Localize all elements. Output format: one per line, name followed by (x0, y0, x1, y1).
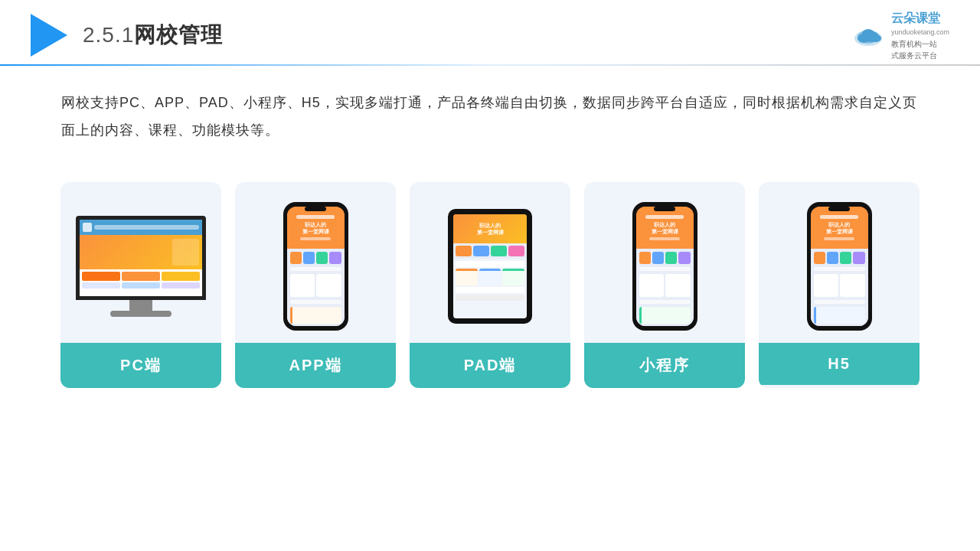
card-app: 职达人的第一堂网课 (235, 182, 396, 388)
card-pc: PC端 (60, 182, 221, 388)
mini-icon-2 (303, 252, 315, 264)
brand-logo: 云朵课堂 yunduoketang.com 教育机构一站 式服务云平台 (851, 9, 949, 61)
mini-mp-card-b (665, 274, 691, 297)
page-title: 2.5.1网校管理 (83, 21, 223, 50)
card-pad-image: 职达人的第一堂网课 (410, 182, 570, 343)
description-text: 网校支持PC、APP、PAD、小程序、H5，实现多端打通，产品各终端自由切换，数… (0, 66, 980, 144)
header: 2.5.1网校管理 云朵课堂 yunduoketang.com 教育机构一站 式… (0, 0, 980, 57)
miniprogram-phone-notch (654, 207, 675, 211)
phone-screen-bottom (287, 249, 345, 326)
logo-triangle-icon (31, 14, 67, 57)
card-pc-label: PC端 (60, 343, 221, 388)
h5-phone-notch (828, 207, 850, 211)
card-app-label: APP端 (235, 343, 396, 388)
miniprogram-screen-top: 职达人的第一堂网课 (636, 207, 694, 249)
h5-screen-top: 职达人的第一堂网课 (811, 207, 868, 249)
title-cn: 网校管理 (134, 23, 223, 47)
mini-bar-1 (290, 267, 341, 271)
card-app-image: 职达人的第一堂网课 (235, 182, 396, 343)
platform-cards: PC端 职达人的第一堂网课 (0, 152, 980, 388)
phone-hero-text: 职达人的第一堂网课 (302, 221, 329, 235)
miniprogram-hero-text: 职达人的第一堂网课 (652, 221, 678, 235)
mini-mp-course (639, 307, 691, 324)
pc-stand-base (110, 311, 172, 317)
mini-card-b (316, 274, 341, 297)
mini-mp-bar (639, 267, 691, 271)
mini-course-row (290, 307, 341, 324)
h5-phone-mockup: 职达人的第一堂网课 (807, 202, 872, 331)
mini-mp-icon-4 (678, 252, 690, 264)
mini-icon-4 (329, 252, 341, 264)
h5-phone-screen: 职达人的第一堂网课 (811, 207, 868, 326)
phone-screen: 职达人的第一堂网课 (287, 207, 345, 326)
mini-h5-course (814, 307, 865, 324)
brand-url: yunduoketang.com (891, 28, 949, 38)
mini-h5-bar (814, 267, 865, 271)
miniprogram-screen-bottom (636, 249, 694, 326)
card-h5-label: H5 (759, 343, 920, 385)
card-miniprogram-image: 职达人的第一堂网课 (584, 182, 745, 343)
pc-screen (76, 216, 206, 300)
mini-h5-icon-3 (840, 252, 851, 264)
card-pad: 职达人的第一堂网课 (410, 182, 570, 388)
mini-h5-cards (814, 274, 865, 297)
mini-mp-cards (639, 274, 691, 297)
mini-cards-row (290, 274, 341, 297)
brand-name: 云朵课堂 (891, 9, 949, 28)
card-miniprogram-label: 小程序 (584, 343, 745, 388)
miniprogram-icon-row (639, 252, 691, 264)
svg-point-5 (871, 34, 881, 42)
mini-h5-card-b (840, 274, 865, 297)
mini-card-a (290, 274, 315, 297)
pc-mockup (76, 216, 206, 317)
miniprogram-phone-mockup: 职达人的第一堂网课 (632, 202, 697, 331)
cloud-icon (851, 23, 885, 47)
mini-h5-icon-4 (853, 252, 864, 264)
tablet-mockup: 职达人的第一堂网课 (448, 209, 532, 324)
mini-icon-3 (316, 252, 328, 264)
brand-text: 云朵课堂 yunduoketang.com 教育机构一站 式服务云平台 (891, 9, 949, 61)
tablet-screen: 职达人的第一堂网课 (453, 214, 527, 318)
brand-tagline: 教育机构一站 式服务云平台 (891, 38, 949, 61)
mini-mp-icon-2 (652, 252, 664, 264)
miniprogram-phone-screen: 职达人的第一堂网课 (636, 207, 694, 326)
phone-screen-top: 职达人的第一堂网课 (287, 207, 345, 249)
card-pad-label: PAD端 (410, 343, 570, 388)
card-pc-image (60, 182, 221, 343)
mini-h5-icon-2 (827, 252, 838, 264)
phone-icon-row (290, 252, 341, 264)
mini-h5-bar2 (814, 300, 865, 304)
title-number: 2.5.1 (83, 23, 134, 47)
mini-mp-icon-1 (639, 252, 651, 264)
card-miniprogram: 职达人的第一堂网课 (584, 182, 745, 388)
mini-h5-icon-1 (814, 252, 825, 264)
mini-h5-card-a (814, 274, 839, 297)
tablet-body: 职达人的第一堂网课 (448, 209, 532, 324)
app-phone-mockup: 职达人的第一堂网课 (283, 202, 348, 331)
card-h5: 职达人的第一堂网课 (759, 182, 920, 388)
mini-mp-bar2 (639, 300, 691, 304)
h5-screen-bottom (811, 249, 868, 326)
mini-bar-2 (290, 300, 341, 304)
mini-mp-icon-3 (665, 252, 677, 264)
h5-hero-text: 职达人的第一堂网课 (826, 221, 853, 235)
h5-icon-row (814, 252, 865, 264)
card-h5-image: 职达人的第一堂网课 (759, 182, 920, 343)
mini-icon-1 (290, 252, 302, 264)
pc-stand-neck (129, 300, 152, 311)
description-content: 网校支持PC、APP、PAD、小程序、H5，实现多端打通，产品各终端自由切换，数… (61, 95, 917, 138)
mini-mp-card-a (639, 274, 665, 297)
phone-notch (305, 207, 326, 211)
